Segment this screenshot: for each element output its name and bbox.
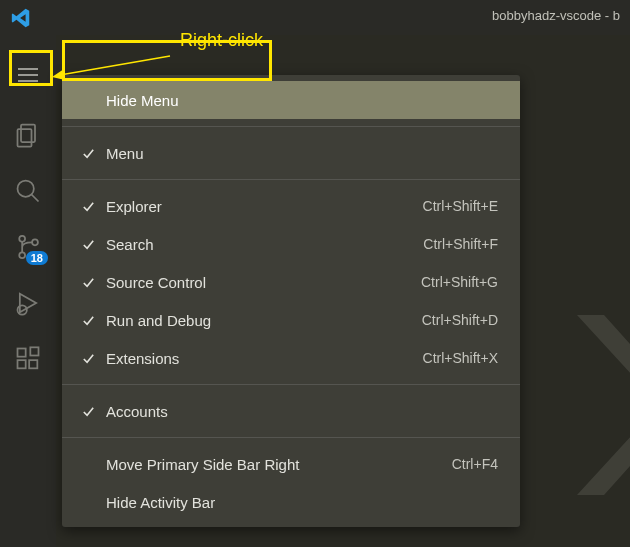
window-title: bobbyhadz-vscode - b	[492, 8, 620, 23]
menu-item-accounts[interactable]: Accounts	[62, 392, 520, 430]
source-control-badge: 18	[26, 251, 48, 265]
check-icon	[76, 198, 100, 215]
menu-item-label: Extensions	[106, 350, 423, 367]
menu-item-label: Explorer	[106, 198, 423, 215]
check-icon	[76, 312, 100, 329]
check-icon	[76, 350, 100, 367]
source-control-icon[interactable]: 18	[14, 233, 42, 261]
menu-item-shortcut: Ctrl+Shift+F	[423, 236, 498, 252]
check-icon	[76, 494, 100, 511]
svg-rect-14	[30, 347, 38, 355]
menu-item-label: Search	[106, 236, 423, 253]
context-menu: Hide Menu MenuExplorerCtrl+Shift+ESearch…	[62, 75, 520, 527]
menu-item-label: Source Control	[106, 274, 421, 291]
menu-item-shortcut: Ctrl+Shift+E	[423, 198, 498, 214]
menu-item-label: Hide Menu	[106, 92, 498, 109]
menu-item-shortcut: Ctrl+Shift+X	[423, 350, 498, 366]
check-icon	[76, 456, 100, 473]
hamburger-icon	[18, 68, 38, 82]
svg-rect-12	[18, 360, 26, 368]
extensions-icon[interactable]	[14, 345, 42, 373]
svg-point-4	[18, 181, 34, 197]
svg-rect-11	[18, 349, 26, 357]
menu-item-hide-activity-bar[interactable]: Hide Activity Bar	[62, 483, 520, 521]
menu-item-label: Move Primary Side Bar Right	[106, 456, 452, 473]
check-icon	[76, 236, 100, 253]
svg-rect-13	[29, 360, 37, 368]
check-icon	[76, 274, 100, 291]
svg-rect-3	[18, 129, 32, 147]
menu-item-explorer[interactable]: ExplorerCtrl+Shift+E	[62, 187, 520, 225]
svg-point-6	[19, 236, 25, 242]
menu-item-extensions[interactable]: ExtensionsCtrl+Shift+X	[62, 339, 520, 377]
background-chevron-icon	[542, 300, 630, 514]
svg-line-5	[32, 195, 39, 202]
menu-item-label: Menu	[106, 145, 498, 162]
check-icon	[76, 92, 100, 109]
menu-item-shortcut: Ctrl+F4	[452, 456, 498, 472]
check-icon	[76, 403, 100, 420]
svg-point-7	[19, 252, 25, 258]
svg-point-8	[32, 239, 38, 245]
svg-marker-9	[20, 294, 36, 313]
menu-separator	[62, 126, 520, 127]
menu-item-run-and-debug[interactable]: Run and DebugCtrl+Shift+D	[62, 301, 520, 339]
hamburger-menu-button[interactable]	[10, 57, 46, 93]
menu-item-label: Run and Debug	[106, 312, 422, 329]
check-icon	[76, 145, 100, 162]
menu-item-source-control[interactable]: Source ControlCtrl+Shift+G	[62, 263, 520, 301]
main-area: 18 Hide Menu MenuExplorerCtrl+Shift+ESea…	[0, 35, 630, 547]
menu-item-shortcut: Ctrl+Shift+G	[421, 274, 498, 290]
menu-item-shortcut: Ctrl+Shift+D	[422, 312, 498, 328]
annotation-label: Right-click	[180, 30, 263, 51]
svg-rect-2	[21, 125, 35, 143]
menu-item-move-primary-side-bar-right[interactable]: Move Primary Side Bar RightCtrl+F4	[62, 445, 520, 483]
title-bar: bobbyhadz-vscode - b	[0, 0, 630, 35]
search-icon[interactable]	[14, 177, 42, 205]
explorer-icon[interactable]	[14, 121, 42, 149]
menu-item-search[interactable]: SearchCtrl+Shift+F	[62, 225, 520, 263]
activity-bar: 18	[0, 35, 56, 547]
vscode-logo-icon	[10, 7, 32, 29]
menu-item-menu[interactable]: Menu	[62, 134, 520, 172]
menu-item-label: Hide Activity Bar	[106, 494, 498, 511]
menu-separator	[62, 437, 520, 438]
run-debug-icon[interactable]	[14, 289, 42, 317]
menu-item-hide-menu[interactable]: Hide Menu	[62, 81, 520, 119]
menu-separator	[62, 384, 520, 385]
menu-separator	[62, 179, 520, 180]
menu-item-label: Accounts	[106, 403, 498, 420]
